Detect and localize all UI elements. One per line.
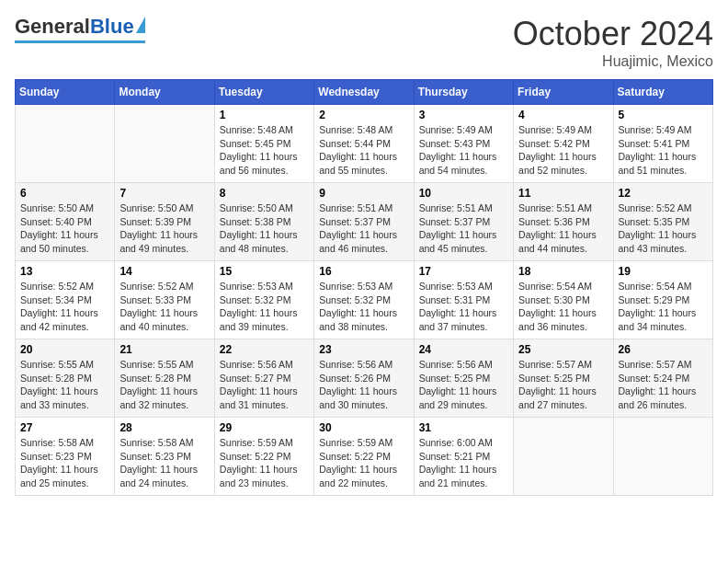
day-info: Sunrise: 5:50 AMSunset: 5:39 PMDaylight:… — [119, 201, 209, 256]
day-info: Sunrise: 5:53 AMSunset: 5:32 PMDaylight:… — [319, 280, 408, 334]
weekday-header-thursday: Thursday — [414, 80, 513, 105]
month-title: October 2024 — [513, 15, 713, 53]
calendar-cell: 26Sunrise: 5:57 AMSunset: 5:24 PMDayligh… — [613, 339, 712, 418]
day-info: Sunrise: 5:56 AMSunset: 5:27 PMDaylight:… — [220, 358, 309, 412]
calendar-table: SundayMondayTuesdayWednesdayThursdayFrid… — [15, 79, 713, 496]
calendar-cell — [16, 105, 115, 183]
day-number: 17 — [419, 265, 508, 278]
calendar-cell: 7Sunrise: 5:50 AMSunset: 5:39 PMDaylight… — [115, 183, 214, 261]
location-title: Huajimic, Mexico — [513, 53, 713, 70]
calendar-cell: 24Sunrise: 5:56 AMSunset: 5:25 PMDayligh… — [414, 339, 513, 418]
calendar-week-4: 27Sunrise: 5:58 AMSunset: 5:23 PMDayligh… — [16, 418, 713, 496]
day-info: Sunrise: 5:52 AMSunset: 5:35 PMDaylight:… — [619, 201, 708, 256]
calendar-cell: 5Sunrise: 5:49 AMSunset: 5:41 PMDaylight… — [613, 105, 712, 183]
calendar-cell: 12Sunrise: 5:52 AMSunset: 5:35 PMDayligh… — [613, 183, 712, 261]
calendar-cell: 4Sunrise: 5:49 AMSunset: 5:42 PMDaylight… — [514, 105, 613, 183]
calendar-cell: 3Sunrise: 5:49 AMSunset: 5:43 PMDaylight… — [414, 105, 513, 183]
calendar-cell: 14Sunrise: 5:52 AMSunset: 5:33 PMDayligh… — [115, 261, 214, 339]
day-number: 31 — [419, 421, 508, 434]
day-number: 24 — [419, 343, 508, 356]
calendar-cell: 15Sunrise: 5:53 AMSunset: 5:32 PMDayligh… — [214, 261, 313, 339]
weekday-header-saturday: Saturday — [613, 80, 712, 105]
calendar-cell: 8Sunrise: 5:50 AMSunset: 5:38 PMDaylight… — [214, 183, 313, 261]
day-info: Sunrise: 5:55 AMSunset: 5:28 PMDaylight:… — [119, 358, 209, 412]
weekday-header-sunday: Sunday — [16, 80, 115, 105]
day-number: 19 — [619, 265, 708, 278]
day-info: Sunrise: 6:00 AMSunset: 5:21 PMDaylight:… — [419, 436, 508, 490]
day-info: Sunrise: 5:48 AMSunset: 5:45 PMDaylight:… — [220, 123, 309, 178]
day-number: 4 — [518, 109, 608, 121]
day-info: Sunrise: 5:57 AMSunset: 5:25 PMDaylight:… — [518, 358, 608, 412]
calendar-cell: 29Sunrise: 5:59 AMSunset: 5:22 PMDayligh… — [214, 418, 313, 496]
day-number: 15 — [220, 265, 309, 278]
day-number: 21 — [119, 343, 209, 356]
calendar-cell: 18Sunrise: 5:54 AMSunset: 5:30 PMDayligh… — [514, 261, 613, 339]
calendar-cell: 19Sunrise: 5:54 AMSunset: 5:29 PMDayligh… — [613, 261, 712, 339]
day-info: Sunrise: 5:56 AMSunset: 5:26 PMDaylight:… — [319, 358, 408, 412]
page-header: General Blue October 2024 Huajimic, Mexi… — [15, 15, 713, 70]
calendar-cell: 1Sunrise: 5:48 AMSunset: 5:45 PMDaylight… — [214, 105, 313, 183]
calendar-cell: 25Sunrise: 5:57 AMSunset: 5:25 PMDayligh… — [514, 339, 613, 418]
day-info: Sunrise: 5:54 AMSunset: 5:30 PMDaylight:… — [518, 280, 608, 334]
calendar-cell: 10Sunrise: 5:51 AMSunset: 5:37 PMDayligh… — [414, 183, 513, 261]
day-info: Sunrise: 5:50 AMSunset: 5:40 PMDaylight:… — [20, 201, 109, 256]
calendar-week-1: 6Sunrise: 5:50 AMSunset: 5:40 PMDaylight… — [16, 183, 713, 261]
day-info: Sunrise: 5:51 AMSunset: 5:37 PMDaylight:… — [419, 201, 508, 256]
logo-icon — [136, 17, 145, 33]
weekday-header-tuesday: Tuesday — [214, 80, 313, 105]
day-info: Sunrise: 5:51 AMSunset: 5:36 PMDaylight:… — [518, 201, 608, 256]
day-number: 9 — [319, 187, 408, 200]
calendar-cell: 17Sunrise: 5:53 AMSunset: 5:31 PMDayligh… — [414, 261, 513, 339]
day-info: Sunrise: 5:54 AMSunset: 5:29 PMDaylight:… — [619, 280, 708, 334]
weekday-header-monday: Monday — [115, 80, 214, 105]
calendar-cell: 13Sunrise: 5:52 AMSunset: 5:34 PMDayligh… — [16, 261, 115, 339]
calendar-week-2: 13Sunrise: 5:52 AMSunset: 5:34 PMDayligh… — [16, 261, 713, 339]
day-info: Sunrise: 5:58 AMSunset: 5:23 PMDaylight:… — [119, 436, 209, 490]
day-number: 25 — [518, 343, 608, 356]
day-number: 22 — [220, 343, 309, 356]
day-number: 27 — [20, 421, 109, 434]
day-number: 14 — [119, 265, 209, 278]
day-number: 3 — [419, 109, 508, 121]
day-info: Sunrise: 5:56 AMSunset: 5:25 PMDaylight:… — [419, 358, 508, 412]
calendar-cell: 22Sunrise: 5:56 AMSunset: 5:27 PMDayligh… — [214, 339, 313, 418]
calendar-cell: 6Sunrise: 5:50 AMSunset: 5:40 PMDaylight… — [16, 183, 115, 261]
day-number: 12 — [619, 187, 708, 200]
day-info: Sunrise: 5:57 AMSunset: 5:24 PMDaylight:… — [619, 358, 708, 412]
calendar-cell: 28Sunrise: 5:58 AMSunset: 5:23 PMDayligh… — [115, 418, 214, 496]
day-number: 1 — [220, 109, 309, 121]
day-number: 30 — [319, 421, 408, 434]
calendar-cell: 23Sunrise: 5:56 AMSunset: 5:26 PMDayligh… — [314, 339, 414, 418]
weekday-header-wednesday: Wednesday — [314, 80, 414, 105]
day-number: 8 — [220, 187, 309, 200]
day-number: 26 — [619, 343, 708, 356]
day-number: 5 — [619, 109, 708, 121]
day-info: Sunrise: 5:49 AMSunset: 5:43 PMDaylight:… — [419, 123, 508, 178]
day-info: Sunrise: 5:59 AMSunset: 5:22 PMDaylight:… — [220, 436, 309, 490]
calendar-week-3: 20Sunrise: 5:55 AMSunset: 5:28 PMDayligh… — [16, 339, 713, 418]
day-number: 18 — [518, 265, 608, 278]
day-number: 13 — [20, 265, 109, 278]
calendar-cell: 2Sunrise: 5:48 AMSunset: 5:44 PMDaylight… — [314, 105, 414, 183]
day-info: Sunrise: 5:55 AMSunset: 5:28 PMDaylight:… — [20, 358, 109, 412]
day-number: 6 — [20, 187, 109, 200]
title-block: October 2024 Huajimic, Mexico — [513, 15, 713, 70]
calendar-cell: 20Sunrise: 5:55 AMSunset: 5:28 PMDayligh… — [16, 339, 115, 418]
logo-blue: Blue — [90, 15, 134, 39]
calendar-cell — [613, 418, 712, 496]
day-info: Sunrise: 5:52 AMSunset: 5:34 PMDaylight:… — [20, 280, 109, 334]
day-number: 11 — [518, 187, 608, 200]
day-number: 28 — [119, 421, 209, 434]
calendar-cell: 31Sunrise: 6:00 AMSunset: 5:21 PMDayligh… — [414, 418, 513, 496]
day-info: Sunrise: 5:58 AMSunset: 5:23 PMDaylight:… — [20, 436, 109, 490]
calendar-cell — [514, 418, 613, 496]
calendar-cell: 16Sunrise: 5:53 AMSunset: 5:32 PMDayligh… — [314, 261, 414, 339]
calendar-cell: 27Sunrise: 5:58 AMSunset: 5:23 PMDayligh… — [16, 418, 115, 496]
day-info: Sunrise: 5:48 AMSunset: 5:44 PMDaylight:… — [319, 123, 408, 178]
logo-general: General — [15, 15, 90, 39]
day-number: 29 — [220, 421, 309, 434]
calendar-cell: 11Sunrise: 5:51 AMSunset: 5:36 PMDayligh… — [514, 183, 613, 261]
day-info: Sunrise: 5:50 AMSunset: 5:38 PMDaylight:… — [220, 201, 309, 256]
day-number: 20 — [20, 343, 109, 356]
day-info: Sunrise: 5:52 AMSunset: 5:33 PMDaylight:… — [119, 280, 209, 334]
